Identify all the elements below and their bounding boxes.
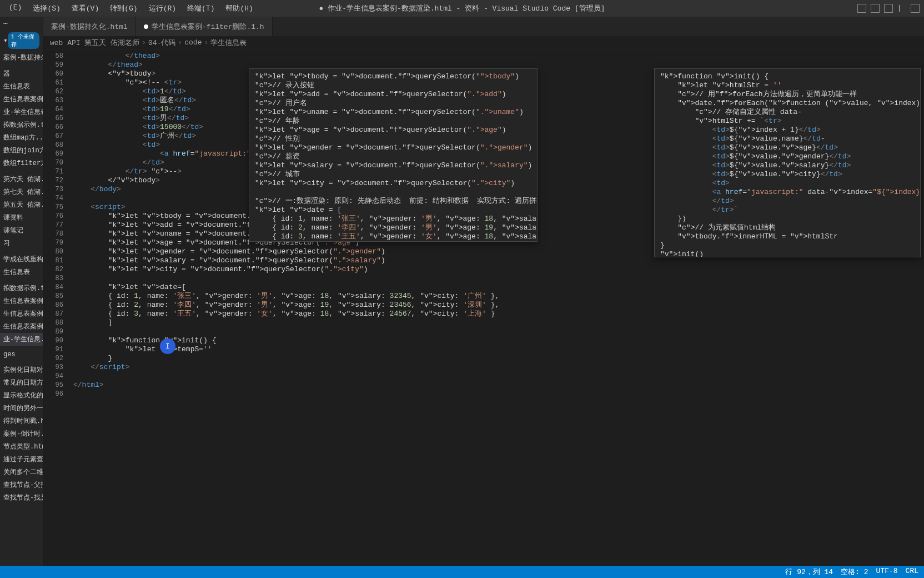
crumb[interactable]: web API 第五天 佑湖老师 xyxy=(50,38,139,48)
sidebar-item[interactable]: 生信息表案例... xyxy=(0,307,43,320)
sidebar-item[interactable]: 案例-倒计时.h... xyxy=(0,427,43,440)
sidebar-item[interactable]: 课资料 xyxy=(0,211,43,224)
sidebar-explorer[interactable]: ⋯ ▾ 1 个未保存 案例-数据持久化.html器生信息表生信息表案例-...业… xyxy=(0,17,43,566)
hover-widget-1: "k">let "v">tbody = "v">document."f">que… xyxy=(249,68,538,242)
titlebar: (E) 选择(S) 查看(V) 转到(G) 运行(R) 终端(T) 帮助(H) … xyxy=(0,0,924,17)
crumb[interactable]: 学生信息表 xyxy=(210,38,247,48)
file-tree[interactable]: 案例-数据持久化.html器生信息表生信息表案例-...业-学生信息表...拟数… xyxy=(0,51,43,504)
status-cursor[interactable]: 行 92，列 14 xyxy=(785,567,833,577)
sidebar-item[interactable]: 生信息表案例... xyxy=(0,295,43,307)
line-numbers: 58 59 60 61 62 63 64 65 66 67 68 69 70 7… xyxy=(43,49,69,566)
sidebar-item[interactable]: 拟数据示例.txt xyxy=(0,118,43,131)
panel-icon[interactable] xyxy=(857,4,866,13)
sidebar-item[interactable]: 实例化日期对... xyxy=(0,363,43,376)
sidebar-item[interactable]: 生信息表案例... xyxy=(0,320,43,333)
crumb[interactable]: code xyxy=(184,38,202,47)
menu-bar: (E) 选择(S) 查看(V) 转到(G) 运行(R) 终端(T) 帮助(H) xyxy=(0,1,262,16)
sidebar-item[interactable]: 常见的日期方... xyxy=(0,376,43,389)
sidebar-item[interactable]: 业-学生信息... xyxy=(0,333,43,346)
menu-run[interactable]: 运行(R) xyxy=(144,1,180,16)
sidebar-item[interactable]: 学成在线重构 xyxy=(0,253,43,266)
sidebar-item[interactable]: 显示格式化的... xyxy=(0,389,43,402)
code-editor[interactable]: 58 59 60 61 62 63 64 65 66 67 68 69 70 7… xyxy=(43,49,924,566)
sidebar-item[interactable]: ges xyxy=(0,349,43,360)
sidebar-item[interactable]: 案例-数据持久化.html xyxy=(0,51,43,64)
more-icon[interactable]: ⋯ xyxy=(3,19,8,28)
sidebar-item[interactable]: 时间的另外一... xyxy=(0,402,43,415)
sidebar-item[interactable]: 第七天 佑湖... xyxy=(0,186,43,198)
unsaved-badge: 1 个未保存 xyxy=(8,32,39,49)
panel-icon[interactable] xyxy=(884,4,893,13)
panel-icon[interactable] xyxy=(871,4,880,13)
status-eol[interactable]: CRL xyxy=(906,567,918,577)
panel-icon[interactable] xyxy=(911,4,920,13)
sidebar-item[interactable]: 得到时间戳.ht... xyxy=(0,415,43,427)
sidebar-item[interactable]: 生信息表案例-... xyxy=(0,93,43,106)
sidebar-item[interactable]: 拟数据示例.txt xyxy=(0,282,43,295)
separator: | xyxy=(897,4,906,13)
tab-label: 案例-数据持久化.html xyxy=(51,22,128,32)
editor-group-1: 案例-数据持久化.html 学生信息表案例-filter删除.1.h web A… xyxy=(43,17,924,566)
statusbar[interactable]: 行 92，列 14 空格: 2 UTF-8 CRL xyxy=(0,566,924,578)
window-title: ● 作业-学生信息表案例-数据渲染.html - 资料 - Visual Stu… xyxy=(319,3,605,13)
sidebar-item[interactable]: 业-学生信息表... xyxy=(0,106,43,118)
sidebar-item[interactable]: 数组map方... xyxy=(0,131,43,144)
collapse-icon[interactable]: ▾ xyxy=(3,36,8,45)
menu-help[interactable]: 帮助(H) xyxy=(221,1,257,16)
tab-label: 学生信息表案例-filter删除.1.h xyxy=(152,22,264,32)
sidebar-item[interactable]: 课笔记 xyxy=(0,224,43,237)
hover-widget-2: "k">function "v">init() { "k">let "v">ht… xyxy=(654,68,921,257)
dirty-dot-icon xyxy=(144,24,148,29)
sidebar-item[interactable]: 查找节点-找兄... xyxy=(0,491,43,504)
menu-terminal[interactable]: 终端(T) xyxy=(183,1,219,16)
sidebar-item[interactable]: 通过子元素查... xyxy=(0,453,43,466)
sidebar-item[interactable]: 数组filter方... xyxy=(0,157,43,170)
sidebar-item[interactable]: 查找节点-父找... xyxy=(0,479,43,491)
editor-tabs: 案例-数据持久化.html 学生信息表案例-filter删除.1.h xyxy=(43,17,924,36)
sidebar-item[interactable]: 生信息表 xyxy=(0,266,43,278)
menu-view[interactable]: 查看(V) xyxy=(67,1,103,16)
menu-go[interactable]: 转到(G) xyxy=(106,1,142,16)
status-encoding[interactable]: UTF-8 xyxy=(876,567,898,577)
sidebar-item[interactable]: 关闭多个二维... xyxy=(0,466,43,479)
breadcrumb[interactable]: web API 第五天 佑湖老师› 04-代码› code› 学生信息表 xyxy=(43,36,924,49)
menu-select[interactable]: 选择(S) xyxy=(28,1,64,16)
crumb[interactable]: 04-代码 xyxy=(148,38,175,48)
sidebar-item[interactable]: 习 xyxy=(0,237,43,250)
sidebar-item[interactable]: 器 xyxy=(0,67,43,80)
sidebar-item[interactable]: 数组的join方... xyxy=(0,144,43,157)
tab-file-1[interactable]: 案例-数据持久化.html xyxy=(43,17,136,36)
tab-file-2[interactable]: 学生信息表案例-filter删除.1.h xyxy=(136,17,273,36)
menu-edit[interactable]: (E) xyxy=(4,1,26,16)
cursor-highlight-icon: I xyxy=(160,338,175,354)
layout-controls[interactable]: | xyxy=(857,4,920,13)
status-spaces[interactable]: 空格: 2 xyxy=(841,567,868,577)
sidebar-item[interactable]: 生信息表 xyxy=(0,80,43,93)
sidebar-item[interactable]: 节点类型.html xyxy=(0,440,43,453)
sidebar-item[interactable]: 第六天 佑湖... xyxy=(0,173,43,186)
sidebar-item[interactable]: 第五天 佑湖... xyxy=(0,198,43,211)
